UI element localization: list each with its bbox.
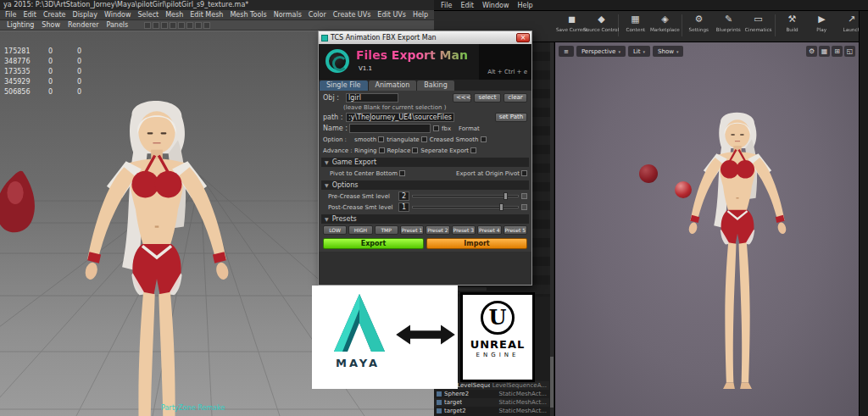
shortcut-label: Alt + Ctrl + e <box>487 69 527 75</box>
select-button[interactable]: select <box>474 93 501 103</box>
pre-crease-value[interactable]: 2 <box>398 191 409 201</box>
source-control-button[interactable]: ◆Source Control <box>587 13 616 32</box>
character-model[interactable] <box>665 100 810 401</box>
maya-menu-select[interactable]: Select <box>138 10 159 19</box>
tab-baking[interactable]: Baking <box>417 80 453 91</box>
maya-menu-edit-uvs[interactable]: Edit UVs <box>377 10 406 19</box>
maya-menu-color[interactable]: Color <box>309 10 326 19</box>
tab-single-file[interactable]: Single File <box>320 80 368 91</box>
ue-menu-window[interactable]: Window <box>482 0 509 10</box>
viewport-toggle-icon[interactable] <box>170 22 176 29</box>
preset-low-button[interactable]: LOW <box>323 225 347 235</box>
post-crease-value[interactable]: 1 <box>398 202 409 212</box>
outliner-row[interactable]: Sphere2StaticMeshAct... <box>434 390 549 398</box>
viewport-toggle-icon[interactable] <box>203 22 210 29</box>
export-button[interactable]: Export <box>323 238 424 249</box>
section-options[interactable]: ▼Options <box>321 180 529 190</box>
maya-menu-edit-mesh[interactable]: Edit Mesh <box>190 10 223 19</box>
slider-thumb[interactable] <box>499 203 504 211</box>
maximize-viewport-icon[interactable]: ◱ <box>844 46 855 57</box>
ue-menu-help[interactable]: Help <box>517 0 532 10</box>
origin-pivot-checkbox[interactable] <box>521 170 527 176</box>
cinematics-button[interactable]: ▭Cinematics <box>743 13 773 32</box>
scrollbar-thumb[interactable] <box>550 357 554 408</box>
maya-menu-window[interactable]: Window <box>104 10 131 19</box>
outliner-row[interactable]: targetStaticMeshAct... <box>434 398 549 407</box>
viewport-options-button[interactable]: ≡ <box>559 46 574 57</box>
slider-thumb[interactable] <box>504 192 508 200</box>
show-dropdown[interactable]: Show▾ <box>653 46 683 57</box>
section-game-export[interactable]: ▼Game Export <box>321 158 529 167</box>
viewport-toggle-icon[interactable] <box>195 22 202 29</box>
maya-menu-mesh[interactable]: Mesh <box>165 10 183 19</box>
preset-3-button[interactable]: Preset 3 <box>452 225 476 235</box>
replace-checkbox[interactable] <box>412 147 418 153</box>
maya-menu-edit[interactable]: Edit <box>23 10 36 19</box>
pivot-center-checkbox[interactable] <box>399 170 405 176</box>
set-path-button[interactable]: set Path <box>495 113 527 122</box>
maya-panel-menu-panels[interactable]: Panels <box>106 20 128 31</box>
marketplace-button[interactable]: ◈Marketplace <box>650 13 680 32</box>
grid-snap-icon[interactable]: ▦ <box>819 46 830 57</box>
ue-viewport[interactable]: ≡ Perspective▾ Lit▾ Show▾ ⚙ ▦ ⊞ ◱ <box>555 42 859 416</box>
viewport-toggle-icon[interactable] <box>161 22 168 29</box>
tab-animation[interactable]: Animation <box>369 80 417 91</box>
maya-menu-file[interactable]: File <box>5 10 16 19</box>
obj-input[interactable] <box>346 93 398 103</box>
camera-speed-icon[interactable]: ⚙ <box>806 46 817 57</box>
red-sphere-mesh[interactable] <box>639 164 658 183</box>
maya-menu-mesh-tools[interactable]: Mesh Tools <box>230 10 266 19</box>
lit-dropdown[interactable]: Lit▾ <box>628 46 650 57</box>
viewport-toggle-icon[interactable] <box>186 22 193 29</box>
rotation-snap-icon[interactable]: ⊞ <box>832 46 843 57</box>
triangulate-checkbox[interactable] <box>421 136 427 142</box>
preset-high-button[interactable]: HIGH <box>348 225 372 235</box>
preset-2-button[interactable]: Preset 2 <box>426 225 449 235</box>
preset-tmp-button[interactable]: TMP <box>375 225 398 235</box>
character-model[interactable] <box>51 82 263 416</box>
outliner-row[interactable]: target2StaticMeshAct... <box>434 407 549 415</box>
settings-button[interactable]: ⚙Settings <box>684 13 714 32</box>
slider-option-box[interactable] <box>521 193 527 199</box>
maya-panel-menu-show[interactable]: Show <box>42 20 60 31</box>
close-button[interactable]: × <box>516 33 530 42</box>
post-crease-slider[interactable] <box>412 206 519 208</box>
maya-menu-help[interactable]: Help <box>413 10 428 19</box>
fbx-checkbox[interactable] <box>433 125 439 131</box>
perspective-dropdown[interactable]: Perspective▾ <box>576 46 626 57</box>
red-teardrop-mesh[interactable] <box>0 165 41 243</box>
seperate-export-checkbox[interactable] <box>470 147 476 153</box>
pre-crease-slider[interactable] <box>412 195 519 197</box>
name-input[interactable] <box>349 124 431 133</box>
ringing-checkbox[interactable] <box>379 147 385 153</box>
import-button[interactable]: Import <box>426 238 527 249</box>
ue-menu-edit[interactable]: Edit <box>460 0 474 10</box>
section-presets[interactable]: ▼Presets <box>321 214 529 224</box>
maya-panel-menu-lighting[interactable]: Lighting <box>7 20 34 31</box>
preset-4-button[interactable]: Preset 4 <box>477 225 501 235</box>
creased-smooth-checkbox[interactable] <box>481 136 487 142</box>
viewport-toggle-icon[interactable] <box>178 22 185 29</box>
slider-option-box[interactable] <box>521 204 527 210</box>
content-button[interactable]: ▦Content <box>620 13 650 32</box>
path-input[interactable] <box>346 113 454 122</box>
prev-button[interactable]: <<< <box>453 93 471 103</box>
maya-panel-menu-renderer[interactable]: Renderer <box>68 20 99 31</box>
viewport-toggle-icon[interactable] <box>144 22 151 29</box>
save-current-button[interactable]: ◼Save Current <box>557 13 587 32</box>
ue-menu-file[interactable]: File <box>441 0 452 10</box>
maya-menu-create-uvs[interactable]: Create UVs <box>333 10 371 19</box>
play-button[interactable]: ▶Play <box>807 13 837 32</box>
preset-1-button[interactable]: Preset 1 <box>400 225 424 235</box>
outliner-scrollbar[interactable] <box>550 42 554 416</box>
maya-menu-display[interactable]: Display <box>72 10 97 19</box>
blueprints-button[interactable]: ✎Blueprints <box>714 13 743 32</box>
clear-button[interactable]: clear <box>504 93 527 103</box>
maya-menu-normals[interactable]: Normals <box>274 10 302 19</box>
preset-5-button[interactable]: Preset 5 <box>504 225 527 235</box>
dialog-title-bar[interactable]: TCS Animation FBX Export Man × <box>319 31 531 44</box>
build-button[interactable]: ⚒Build <box>777 13 807 32</box>
smooth-checkbox[interactable] <box>378 136 384 142</box>
maya-menu-create[interactable]: Create <box>43 10 66 19</box>
viewport-toggle-icon[interactable] <box>153 22 159 29</box>
